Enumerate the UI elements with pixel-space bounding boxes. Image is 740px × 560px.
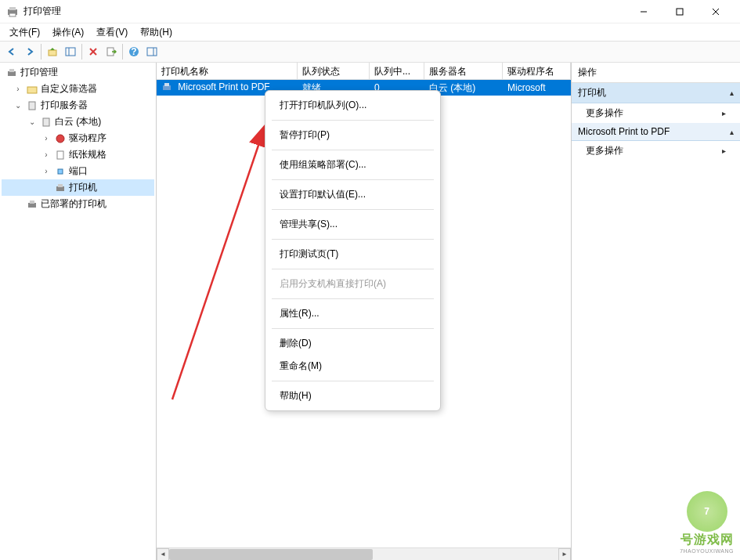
ctx-help[interactable]: 帮助(H) <box>265 385 440 407</box>
ctx-deploy-gpo[interactable]: 使用组策略部署(C)... <box>265 154 440 176</box>
up-button[interactable] <box>44 43 61 60</box>
tree-deployed-printers[interactable]: › 已部署的打印机 <box>2 196 154 212</box>
svg-rect-23 <box>57 151 63 159</box>
context-menu: 打开打印机队列(O)... 暂停打印(P) 使用组策略部署(C)... 设置打印… <box>265 90 441 411</box>
col-driver-name[interactable]: 驱动程序名 <box>503 63 571 79</box>
show-hide-tree-button[interactable] <box>62 43 79 60</box>
svg-rect-24 <box>58 169 63 174</box>
collapse-icon[interactable]: ⌄ <box>13 101 23 110</box>
svg-rect-20 <box>29 102 35 110</box>
delete-button[interactable] <box>85 43 102 60</box>
tree-label: 自定义筛选器 <box>41 82 97 96</box>
ctx-test-page[interactable]: 打印测试页(T) <box>265 243 440 266</box>
tree-label: 打印管理 <box>20 66 58 79</box>
col-queue-count[interactable]: 队列中... <box>370 63 424 79</box>
svg-rect-28 <box>30 201 34 204</box>
svg-rect-30 <box>164 83 169 86</box>
scrollbar-track[interactable] <box>169 548 558 561</box>
ctx-set-defaults[interactable]: 设置打印默认值(E)... <box>265 183 440 206</box>
ctx-pause-printing[interactable]: 暂停打印(P) <box>265 124 440 146</box>
actions-panel: 操作 打印机 ▴ 更多操作 ▸ Microsoft Print to PDF ▴… <box>572 63 740 560</box>
collapse-icon[interactable]: ⌄ <box>27 117 38 126</box>
link-label: 更多操作 <box>586 107 623 120</box>
svg-rect-18 <box>9 69 14 72</box>
tree-server-local[interactable]: ⌄ 白云 (本地) <box>2 114 154 130</box>
menu-help[interactable]: 帮助(H) <box>134 24 179 41</box>
group-label: Microsoft Print to PDF <box>578 126 670 137</box>
svg-point-22 <box>56 135 64 143</box>
actions-more-ops-printers[interactable]: 更多操作 ▸ <box>572 103 740 123</box>
scrollbar-thumb[interactable] <box>169 549 373 560</box>
horizontal-scrollbar[interactable]: ◄ ► <box>157 547 571 560</box>
export-button[interactable] <box>103 43 120 60</box>
tree-print-servers[interactable]: ⌄ 打印服务器 <box>2 97 154 114</box>
svg-rect-1 <box>9 7 16 10</box>
menu-file[interactable]: 文件(F) <box>3 24 46 41</box>
svg-rect-4 <box>677 9 683 15</box>
actions-more-ops-selected[interactable]: 更多操作 ▸ <box>572 141 740 161</box>
chevron-right-icon: ▸ <box>722 146 726 155</box>
expand-icon[interactable]: › <box>13 85 23 93</box>
scroll-right-button[interactable]: ► <box>558 548 571 561</box>
ctx-delete[interactable]: 删除(D) <box>265 332 440 355</box>
printer-icon <box>26 198 38 211</box>
col-printer-name[interactable]: 打印机名称 <box>157 63 298 79</box>
list-header: 打印机名称 队列状态 队列中... 服务器名 驱动程序名 <box>157 63 571 80</box>
actions-header: 操作 <box>572 63 740 83</box>
expand-icon[interactable]: › <box>41 134 52 143</box>
close-button[interactable] <box>698 0 734 23</box>
actions-group-selected[interactable]: Microsoft Print to PDF ▴ <box>572 123 740 141</box>
menu-view[interactable]: 查看(V) <box>90 24 134 41</box>
tree-label: 驱动程序 <box>69 132 106 145</box>
svg-rect-15 <box>147 48 157 56</box>
paper-icon <box>54 149 67 161</box>
ctx-manage-sharing[interactable]: 管理共享(S)... <box>265 213 440 236</box>
back-button[interactable] <box>3 43 20 60</box>
maximize-button[interactable] <box>662 0 698 23</box>
tree-label: 打印服务器 <box>41 99 88 112</box>
printer-icon <box>5 67 18 79</box>
tree-label: 端口 <box>69 164 88 178</box>
window-title: 打印管理 <box>23 5 626 18</box>
svg-rect-19 <box>27 87 37 93</box>
link-label: 更多操作 <box>586 144 623 157</box>
minimize-button[interactable] <box>626 0 662 23</box>
tree-ports[interactable]: › 端口 <box>2 163 154 179</box>
menu-action[interactable]: 操作(A) <box>46 24 90 41</box>
forward-button[interactable] <box>21 43 38 60</box>
scroll-left-button[interactable]: ◄ <box>157 548 169 561</box>
show-hide-actions-button[interactable] <box>143 43 161 60</box>
tree-panel: 打印管理 › 自定义筛选器 ⌄ 打印服务器 ⌄ 白云 (本地) › 驱动程序 ›… <box>0 63 157 560</box>
tree-drivers[interactable]: › 驱动程序 <box>2 130 154 146</box>
svg-text:?: ? <box>131 46 136 57</box>
titlebar: 打印管理 <box>0 0 740 23</box>
chevron-right-icon: ▸ <box>722 109 726 117</box>
chevron-up-icon: ▴ <box>730 89 734 97</box>
tree-label: 打印机 <box>69 181 97 194</box>
ctx-open-queue[interactable]: 打开打印机队列(O)... <box>265 94 440 117</box>
driver-icon <box>54 132 67 145</box>
help-button[interactable]: ? <box>125 43 143 60</box>
printer-icon <box>161 81 174 94</box>
actions-group-printers[interactable]: 打印机 ▴ <box>572 83 740 103</box>
svg-rect-21 <box>43 118 49 126</box>
tree-paper[interactable]: › 纸张规格 <box>2 146 154 163</box>
cell-driver-name: Microsoft <box>503 80 571 96</box>
tree-printers[interactable]: › 打印机 <box>2 179 154 196</box>
tree-label: 已部署的打印机 <box>41 197 106 211</box>
col-queue-status[interactable]: 队列状态 <box>298 63 370 79</box>
printer-icon <box>54 182 67 194</box>
expand-icon[interactable]: › <box>41 150 52 159</box>
svg-rect-7 <box>49 50 56 56</box>
expand-icon[interactable]: › <box>41 167 52 175</box>
tree-root-printmgmt[interactable]: 打印管理 <box>2 64 154 81</box>
tree-custom-filters[interactable]: › 自定义筛选器 <box>2 81 154 97</box>
cell-printer-name: Microsoft Print to PDF <box>178 81 269 92</box>
ctx-rename[interactable]: 重命名(M) <box>265 355 440 378</box>
col-server-name[interactable]: 服务器名 <box>424 63 503 79</box>
ctx-properties[interactable]: 属性(R)... <box>265 302 440 325</box>
svg-rect-26 <box>58 184 63 187</box>
folder-icon <box>26 83 38 96</box>
group-label: 打印机 <box>578 86 606 99</box>
tree-label: 纸张规格 <box>69 148 106 161</box>
